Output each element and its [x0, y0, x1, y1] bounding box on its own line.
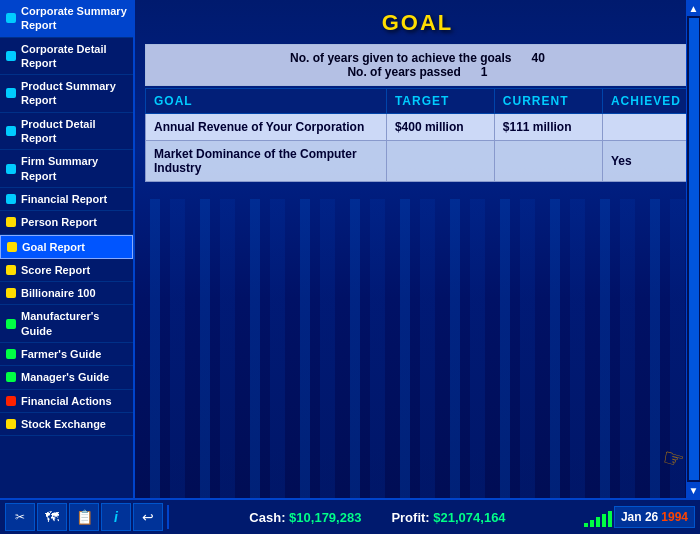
- sidebar-label: Firm Summary Report: [21, 154, 127, 183]
- content-area: GOAL No. of years given to achieve the g…: [135, 0, 700, 498]
- goal-current: [494, 141, 602, 182]
- scroll-down-button[interactable]: ▼: [687, 482, 701, 498]
- tool-scissors-button[interactable]: ✂: [5, 503, 35, 531]
- dot-icon: [6, 319, 16, 329]
- sidebar-item-corporate-detail[interactable]: Corporate Detail Report: [0, 38, 133, 76]
- table-row: Market Dominance of the Computer Industr…: [146, 141, 690, 182]
- scroll-up-button[interactable]: ▲: [687, 0, 701, 16]
- table-row: Annual Revenue of Your Corporation $400 …: [146, 114, 690, 141]
- profit-label: Profit: $21,074,164: [391, 510, 505, 525]
- years-passed-label: No. of years passed: [347, 65, 460, 79]
- dot-icon: [6, 13, 16, 23]
- sidebar-item-farmers-guide[interactable]: Farmer's Guide: [0, 343, 133, 366]
- tool-back-button[interactable]: ↩: [133, 503, 163, 531]
- sidebar-label: Financial Actions: [21, 394, 112, 408]
- sidebar-label: Corporate Detail Report: [21, 42, 127, 71]
- signal-bar-4: [602, 514, 606, 527]
- map-icon: 🗺: [45, 509, 59, 525]
- sidebar-item-person-report[interactable]: Person Report: [0, 211, 133, 234]
- sidebar-item-billionaire-100[interactable]: Billionaire 100: [0, 282, 133, 305]
- dot-icon: [6, 396, 16, 406]
- main-container: Corporate Summary Report Corporate Detai…: [0, 0, 700, 534]
- goal-achieved: [602, 114, 689, 141]
- profit-label-text: Profit:: [391, 510, 429, 525]
- date-display: Jan 26 1994: [614, 506, 695, 528]
- sidebar-item-score-report[interactable]: Score Report: [0, 259, 133, 282]
- sidebar-label: Corporate Summary Report: [21, 4, 127, 33]
- sidebar-label: Financial Report: [21, 192, 107, 206]
- years-passed-value: 1: [481, 65, 488, 79]
- goal-name: Market Dominance of the Computer Industr…: [146, 141, 387, 182]
- dot-icon: [6, 126, 16, 136]
- signal-bar-3: [596, 517, 600, 527]
- sidebar-item-manufacturers-guide[interactable]: Manufacturer's Guide: [0, 305, 133, 343]
- signal-bars: [584, 507, 612, 527]
- cash-value: $10,179,283: [289, 510, 361, 525]
- dot-icon: [6, 88, 16, 98]
- goals-table: GOAL TARGET CURRENT ACHIEVED Annual Reve…: [145, 88, 690, 182]
- col-achieved: ACHIEVED: [602, 89, 689, 114]
- profit-value: $21,074,164: [433, 510, 505, 525]
- dot-icon: [6, 51, 16, 61]
- tool-clipboard-button[interactable]: 📋: [69, 503, 99, 531]
- sidebar-label: Score Report: [21, 263, 90, 277]
- years-given-value: 40: [532, 51, 545, 65]
- sidebar-item-product-summary[interactable]: Product Summary Report: [0, 75, 133, 113]
- back-icon: ↩: [142, 509, 154, 525]
- sidebar-label: Farmer's Guide: [21, 347, 101, 361]
- sidebar-label: Billionaire 100: [21, 286, 96, 300]
- dot-icon: [6, 372, 16, 382]
- col-goal: GOAL: [146, 89, 387, 114]
- dot-icon: [6, 164, 16, 174]
- sidebar-item-financial-actions[interactable]: Financial Actions: [0, 390, 133, 413]
- dot-icon: [7, 242, 17, 252]
- scissors-icon: ✂: [15, 510, 25, 524]
- sidebar-label: Manufacturer's Guide: [21, 309, 127, 338]
- page-title: GOAL: [145, 10, 690, 36]
- sidebar-item-financial-report[interactable]: Financial Report: [0, 188, 133, 211]
- goal-current: $111 million: [494, 114, 602, 141]
- scrollbar[interactable]: ▲ ▼: [686, 0, 700, 498]
- sidebar: Corporate Summary Report Corporate Detai…: [0, 0, 135, 498]
- sidebar-label: Stock Exchange: [21, 417, 106, 431]
- sidebar-label: Manager's Guide: [21, 370, 109, 384]
- sidebar-label: Person Report: [21, 215, 97, 229]
- goal-name: Annual Revenue of Your Corporation: [146, 114, 387, 141]
- date-day: Jan 26: [621, 510, 658, 524]
- info-icon: i: [114, 509, 118, 525]
- info-row-years-given: No. of years given to achieve the goals …: [156, 51, 679, 65]
- sidebar-item-managers-guide[interactable]: Manager's Guide: [0, 366, 133, 389]
- col-current: CURRENT: [494, 89, 602, 114]
- scroll-thumb[interactable]: [689, 18, 699, 480]
- dot-icon: [6, 265, 16, 275]
- status-area: Cash: $10,179,283 Profit: $21,074,164: [173, 510, 582, 525]
- dot-icon: [6, 349, 16, 359]
- dot-icon: [6, 419, 16, 429]
- dot-icon: [6, 217, 16, 227]
- signal-bar-2: [590, 520, 594, 527]
- bottom-toolbar: ✂ 🗺 📋 i ↩ Cash: $10,179,283 Profit: $21,…: [0, 498, 700, 534]
- top-area: Corporate Summary Report Corporate Detai…: [0, 0, 700, 498]
- sidebar-item-product-detail[interactable]: Product Detail Report: [0, 113, 133, 151]
- sidebar-label: Product Summary Report: [21, 79, 127, 108]
- sidebar-item-firm-summary[interactable]: Firm Summary Report: [0, 150, 133, 188]
- info-box: No. of years given to achieve the goals …: [145, 44, 690, 86]
- sidebar-item-corporate-summary[interactable]: Corporate Summary Report: [0, 0, 133, 38]
- tool-info-button[interactable]: i: [101, 503, 131, 531]
- clipboard-icon: 📋: [76, 509, 93, 525]
- years-given-label: No. of years given to achieve the goals: [290, 51, 511, 65]
- info-row-years-passed: No. of years passed 1: [156, 65, 679, 79]
- signal-bar-1: [584, 523, 588, 527]
- goal-target: [386, 141, 494, 182]
- sidebar-label: Product Detail Report: [21, 117, 127, 146]
- signal-bar-5: [608, 511, 612, 527]
- sidebar-item-stock-exchange[interactable]: Stock Exchange: [0, 413, 133, 436]
- cash-label: Cash: $10,179,283: [249, 510, 361, 525]
- goal-panel: GOAL No. of years given to achieve the g…: [145, 10, 690, 182]
- sidebar-label: Goal Report: [22, 240, 85, 254]
- table-header-row: GOAL TARGET CURRENT ACHIEVED: [146, 89, 690, 114]
- cash-label-text: Cash:: [249, 510, 285, 525]
- sidebar-item-goal-report[interactable]: Goal Report: [0, 235, 133, 259]
- col-target: TARGET: [386, 89, 494, 114]
- tool-map-button[interactable]: 🗺: [37, 503, 67, 531]
